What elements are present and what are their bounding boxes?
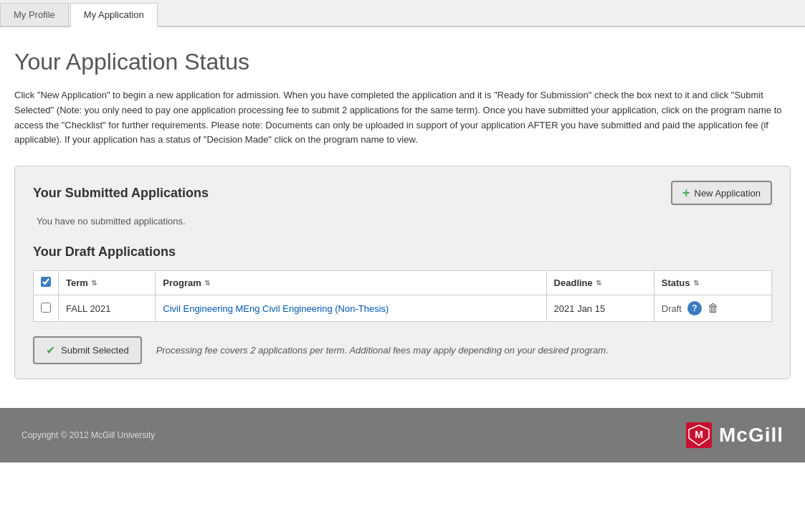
column-header-program: Program ⇅ [156,271,546,295]
table-row: FALL 2021 Civil Engineering MEng Civil E… [34,295,772,322]
draft-applications-table: Term ⇅ Program ⇅ Deadline ⇅ [33,270,772,322]
column-header-term: Term ⇅ [59,271,156,295]
submitted-section-title: Your Submitted Applications [33,186,209,201]
footer-copyright: Copyright © 2012 McGill University [22,430,155,440]
row-deadline: 2021 Jan 15 [546,295,654,322]
submit-button-label: Submit Selected [61,345,129,356]
status-label: Draft [662,303,682,314]
program-sort-icon[interactable]: ⇅ [204,279,210,287]
submit-section: ✔ Submit Selected Processing fee covers … [33,336,772,364]
help-icon[interactable]: ? [687,301,702,315]
processing-note: Processing fee covers 2 applications per… [156,345,609,356]
row-program: Civil Engineering MEng Civil Engineering… [156,295,546,322]
status-sort-icon[interactable]: ⇅ [693,279,699,287]
row-checkbox-cell [34,295,59,322]
program-link[interactable]: Civil Engineering MEng Civil Engineering… [163,303,389,314]
tab-my-profile[interactable]: My Profile [0,3,69,26]
row-term: FALL 2021 [59,295,156,322]
page-description: Click "New Application" to begin a new a… [14,88,791,148]
checkmark-icon: ✔ [46,343,55,357]
term-sort-icon[interactable]: ⇅ [91,279,97,287]
row-checkbox[interactable] [41,303,51,313]
column-header-deadline: Deadline ⇅ [546,271,654,295]
delete-icon[interactable]: 🗑 [708,302,719,315]
footer: Copyright © 2012 McGill University M McG… [0,408,805,462]
submit-selected-button[interactable]: ✔ Submit Selected [33,336,142,364]
draft-section-title: Your Draft Applications [33,244,772,260]
no-submitted-message: You have no submitted applications. [37,216,772,227]
main-content: Your Application Status Click "New Appli… [0,27,805,394]
mcgill-shield-icon: M [686,422,712,448]
application-box: Your Submitted Applications + New Applic… [14,166,791,379]
deadline-sort-icon[interactable]: ⇅ [596,279,601,287]
page-title: Your Application Status [14,49,791,75]
plus-icon: + [682,186,690,199]
tabs-bar: My Profile My Application [0,0,805,27]
select-all-checkbox[interactable] [41,277,51,287]
svg-text:M: M [695,429,703,440]
column-header-status: Status ⇅ [654,271,771,295]
new-application-button[interactable]: + New Application [671,181,772,205]
status-actions: Draft ? 🗑 [662,301,764,315]
tab-my-application[interactable]: My Application [70,3,158,27]
mcgill-name: McGill [719,424,783,447]
row-status: Draft ? 🗑 [654,295,771,322]
submitted-header: Your Submitted Applications + New Applic… [33,181,772,205]
column-header-checkbox [34,271,59,295]
mcgill-logo: M McGill [686,422,783,448]
new-application-label: New Application [695,188,761,199]
